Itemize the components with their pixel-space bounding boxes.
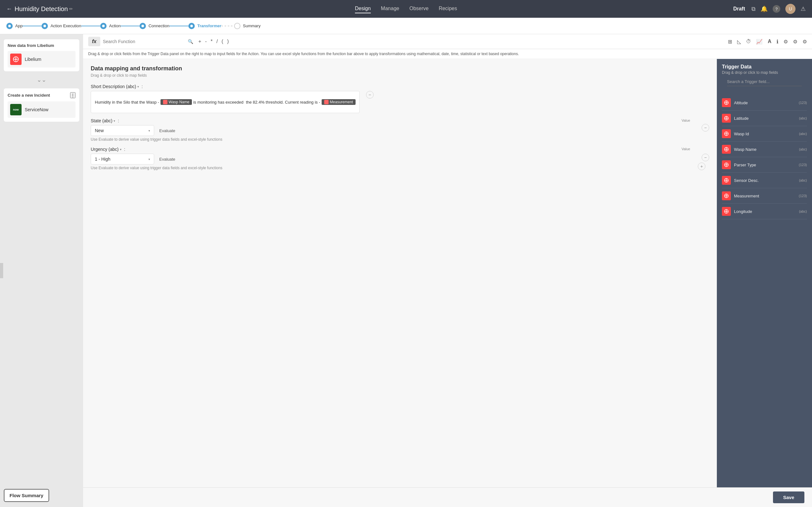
step-label-action: Action [109, 23, 120, 28]
source-card-title: New data from Libelium [8, 43, 54, 48]
source-item[interactable]: Libelium [8, 51, 75, 67]
libelium-logo [10, 54, 21, 65]
value-label-state: Value [681, 118, 690, 122]
servicenow-logo: now [10, 104, 21, 115]
incident-title: Create a new Incident [8, 93, 50, 98]
source-card-header: New data from Libelium [8, 43, 75, 48]
mapping-subtitle: Drag & drop or click to map fields [91, 73, 709, 78]
op-plus[interactable]: + [198, 39, 201, 44]
data-mapping-area: Data mapping and transformation Drag & d… [83, 59, 812, 487]
back-button[interactable]: ← Humidity Detection [6, 5, 69, 13]
avatar[interactable]: U [785, 4, 796, 14]
state-value: New [95, 128, 104, 133]
state-dropdown[interactable]: New ▾ [91, 125, 154, 136]
math-operators: + - * / ( ) [198, 39, 229, 44]
tab-observe[interactable]: Observe [409, 4, 428, 13]
text-compose-box[interactable]: Humidity in the Silo that the Wasp - Was… [91, 91, 360, 113]
tab-manage[interactable]: Manage [381, 4, 399, 13]
step-bar: App Action Execution Action Connection T… [0, 18, 812, 34]
search-function-input[interactable] [103, 39, 185, 44]
text-icon[interactable]: A [768, 39, 771, 44]
op-close-paren[interactable]: ) [227, 39, 229, 44]
settings-icon-3[interactable]: ⚙ [803, 39, 807, 45]
op-divide[interactable]: / [216, 39, 217, 44]
pill-wasp-name-icon [163, 100, 167, 104]
field-select-urgency[interactable]: Urgency (abc) ▾ [91, 147, 121, 152]
urgency-value: 1 - High [95, 157, 110, 162]
snow-item[interactable]: now ServiceNow [8, 101, 75, 118]
trigger-item-sensordesc[interactable]: Sensor Desc. (abc) [722, 173, 807, 188]
remove-urgency-button[interactable]: − [702, 154, 709, 161]
step-action-exec[interactable]: Action Execution [42, 23, 81, 29]
row-with-remove-short-desc: Humidity in the Silo that the Wasp - Was… [91, 91, 709, 113]
remove-state-button[interactable]: − [702, 124, 709, 131]
trigger-item-latitude[interactable]: Latitude (abc) [722, 111, 807, 126]
source-card: New data from Libelium Libelium [4, 39, 79, 71]
step-line-5 [221, 26, 234, 26]
tab-recipes[interactable]: Recipes [439, 4, 457, 13]
pill-measurement-icon [324, 100, 328, 104]
settings-icon-2[interactable]: ⚙ [793, 39, 798, 45]
bell-icon[interactable]: 🔔 [761, 5, 768, 12]
trigger-item-waspid[interactable]: Wasp Id (abc) [722, 126, 807, 142]
top-navigation: ← Humidity Detection ✏ Design Manage Obs… [0, 0, 812, 18]
step-label-connection: Connection [148, 23, 169, 28]
urgency-dropdown-row: 1 - High ▾ Evaluate [91, 154, 695, 164]
field-label-urgency: Urgency (abc) [91, 147, 119, 152]
urgency-dropdown[interactable]: 1 - High ▾ [91, 154, 154, 164]
trigger-item-waspid-type: (abc) [799, 132, 807, 135]
step-transformer[interactable]: Transformer [189, 23, 221, 29]
help-icon[interactable]: ? [773, 5, 780, 13]
trigger-item-waspname[interactable]: Wasp Name (abc) [722, 142, 807, 157]
field-select-state[interactable]: State (abc) ▾ [91, 118, 115, 123]
op-minus[interactable]: - [205, 39, 207, 44]
fx-button[interactable]: fx [88, 37, 100, 46]
step-line-4 [169, 26, 189, 26]
trigger-item-measurement[interactable]: Measurement (123) [722, 188, 807, 204]
trigger-item-longitude[interactable]: Longitude (abc) [722, 204, 807, 219]
trigger-item-parsertype-logo [722, 160, 731, 169]
line-chart-icon[interactable]: 📈 [756, 39, 763, 45]
warning-icon[interactable]: ⚠ [801, 5, 806, 12]
state-dropdown-row: New ▾ Evaluate [91, 125, 695, 136]
pill-measurement-label: Measurement [330, 100, 353, 104]
edit-icon[interactable]: ✏ [69, 6, 73, 11]
info-icon[interactable]: ℹ [776, 39, 778, 45]
add-field-button[interactable]: + [698, 163, 705, 170]
chart-icon[interactable]: ◺ [737, 39, 741, 45]
step-app[interactable]: App [6, 23, 22, 29]
step-summary[interactable]: Summary [234, 23, 261, 29]
incident-menu-button[interactable]: ⋮ [70, 92, 75, 98]
op-open-paren[interactable]: ( [222, 39, 223, 44]
step-action[interactable]: Action [100, 23, 120, 29]
trigger-item-parsertype[interactable]: Parser Type (123) [722, 157, 807, 173]
field-select-short-desc[interactable]: Short Description (abc) ▾ [91, 84, 139, 89]
clock-icon[interactable]: ⏱ [746, 39, 751, 44]
trigger-item-altitude[interactable]: Altitude (123) [722, 95, 807, 111]
flow-summary-button[interactable]: Flow Summary [4, 489, 49, 502]
nav-tabs: Design Manage Observe Recipes [355, 4, 457, 13]
save-bar: Save [83, 487, 812, 507]
grid-icon[interactable]: ⊞ [728, 39, 732, 45]
pill-wasp-name[interactable]: Wasp Name [160, 99, 192, 105]
trigger-list: Altitude (123) Latitude (abc) [717, 95, 812, 487]
step-dot-app [6, 23, 13, 29]
mapping-main: Data mapping and transformation Drag & d… [83, 59, 717, 487]
mapping-title: Data mapping and transformation [91, 65, 709, 72]
field-select-chevron-state: ▾ [113, 119, 115, 123]
step-connection[interactable]: Connection [140, 23, 169, 29]
remove-short-desc-button[interactable]: − [366, 91, 374, 99]
search-function-icon[interactable]: 🔍 [188, 39, 193, 44]
evaluate-link-state[interactable]: Evaluate [159, 128, 175, 133]
external-link-icon[interactable]: ⧉ [751, 6, 756, 12]
op-multiply[interactable]: * [211, 39, 212, 44]
evaluate-link-urgency[interactable]: Evaluate [159, 157, 175, 162]
collapse-sidebar-button[interactable]: ‹ [0, 263, 3, 278]
field-label-state: State (abc) [91, 118, 112, 123]
pill-measurement[interactable]: Measurement [322, 99, 356, 105]
step-line-3 [120, 26, 140, 26]
settings-icon-1[interactable]: ⚙ [783, 39, 788, 45]
tab-design[interactable]: Design [355, 4, 371, 13]
save-button[interactable]: Save [773, 492, 804, 503]
trigger-search-input[interactable] [727, 77, 802, 86]
